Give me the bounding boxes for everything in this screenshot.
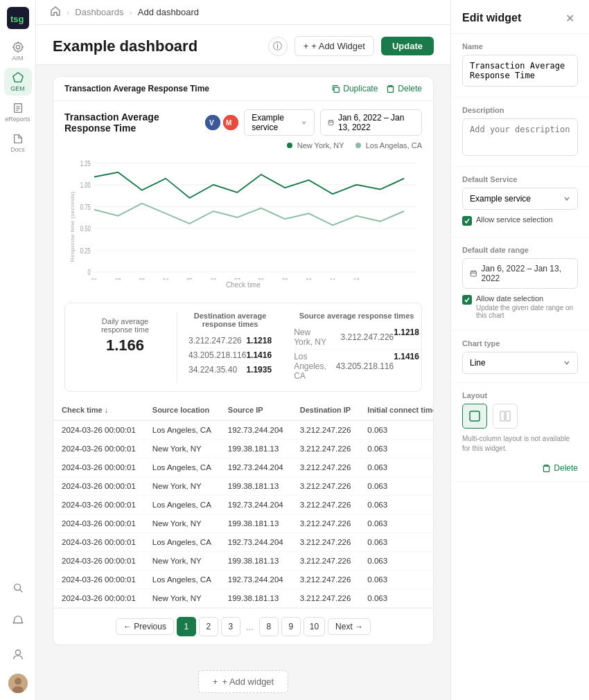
svg-rect-60 — [500, 411, 504, 421]
sidebar-item-ereports[interactable]: eReports — [4, 98, 32, 126]
svg-text:05: 05 — [186, 278, 193, 280]
page-8-button[interactable]: 8 — [259, 617, 279, 636]
table-row: 2024-03-26 00:00:01New York, NY199.38.18… — [53, 514, 433, 533]
layout-note: Multi-column layout is not available for… — [462, 434, 578, 454]
allow-date-checkbox[interactable] — [462, 295, 472, 305]
layout-single-button[interactable] — [462, 404, 487, 429]
page-1-button[interactable]: 1 — [177, 617, 196, 636]
service-icon-v: V — [205, 115, 220, 130]
legend-item-la: Los Angelas, CA — [355, 141, 422, 150]
table-row: 2024-03-26 00:00:01Los Angeles, CA192.73… — [53, 458, 433, 477]
logo[interactable]: tsg — [7, 7, 29, 29]
data-table-container: Check time ↓ Source location Source IP D… — [53, 400, 433, 608]
legend-dot-la — [355, 143, 361, 148]
update-button[interactable]: Update — [381, 37, 434, 55]
widget-delete-button[interactable]: Delete — [386, 84, 422, 93]
breadcrumb-separator-2: › — [129, 7, 132, 17]
legend-item-newyork: New York, NY — [287, 141, 344, 150]
x-axis-label: Check time — [64, 281, 422, 289]
svg-marker-8 — [12, 73, 22, 82]
svg-rect-26 — [328, 120, 333, 125]
svg-rect-21 — [388, 87, 394, 92]
avatar[interactable] — [8, 674, 28, 693]
col-source-location[interactable]: Source location — [144, 400, 220, 420]
add-widget-row: + + Add widget — [53, 656, 434, 700]
layout-double-button[interactable] — [493, 404, 518, 429]
chevron-down-icon — [301, 119, 307, 126]
widget-card-title: Transaction Average Response Time — [64, 84, 209, 93]
data-table: Check time ↓ Source location Source IP D… — [53, 400, 433, 608]
panel-date-section: Default date range Jan 6, 2022 – Jan 13,… — [451, 237, 589, 331]
chart-type-select[interactable]: Line — [462, 352, 578, 374]
prev-page-button[interactable]: ← Previous — [116, 618, 174, 635]
check-icon-date — [464, 296, 471, 303]
add-widget-header-button[interactable]: + + Add Widget — [294, 36, 374, 56]
page-3-button[interactable]: 3 — [221, 617, 240, 636]
stats-section: Daily average response time 1.166 Destin… — [64, 303, 422, 392]
content-area: Transaction Average Response Time Duplic… — [36, 65, 450, 700]
plus-icon-main: + — [213, 676, 218, 687]
svg-text:07: 07 — [234, 278, 240, 280]
svg-text:M: M — [226, 119, 231, 127]
page-2-button[interactable]: 2 — [199, 617, 218, 636]
response-tables: Destination average response times 3.212… — [177, 312, 430, 383]
breadcrumb-current: Add dashboard — [138, 7, 199, 17]
col-check-time[interactable]: Check time ↓ — [53, 400, 144, 420]
allow-date-row: Allow date selection Update the given da… — [462, 294, 578, 319]
sidebar-bottom — [4, 574, 32, 693]
date-range-picker[interactable]: Jan 6, 2022 – Jan 13, 2022 — [462, 258, 578, 289]
page-9-button[interactable]: 9 — [281, 617, 301, 636]
search-sidebar-button[interactable] — [4, 574, 32, 602]
legend-dot-newyork — [287, 143, 292, 148]
duplicate-button[interactable]: Duplicate — [331, 84, 378, 93]
table-row: 2024-03-26 00:00:01Los Angeles, CA192.73… — [53, 420, 433, 440]
source-row-2: Los Angeles, CA 43.205.218.116 1.1416 — [294, 350, 419, 383]
home-icon[interactable] — [50, 6, 61, 19]
notifications-button[interactable] — [4, 607, 32, 635]
col-dest-ip[interactable]: Destination IP — [292, 400, 360, 420]
pagination: ← Previous 1 2 3 ... 8 9 10 Next → — [53, 608, 433, 645]
allow-service-checkbox[interactable] — [462, 216, 472, 226]
page-10-button[interactable]: 10 — [304, 617, 325, 636]
dest-row-2: 43.205.218.116 1.1416 — [188, 348, 272, 363]
col-initial-connect[interactable]: Initial connect time — [359, 400, 433, 420]
line-chart: 1.25 1.00 0.75 0.50 0.25 0 Response time… — [64, 155, 422, 280]
edit-widget-panel: Edit widget ✕ Name Transaction Average R… — [450, 0, 589, 700]
date-range-selector[interactable]: Jan 6, 2022 – Jan 13, 2022 — [320, 109, 422, 136]
next-page-button[interactable]: Next → — [328, 618, 371, 635]
panel-description-section: Description — [451, 98, 589, 167]
add-widget-main-button[interactable]: + + Add widget — [198, 670, 288, 693]
topbar: › Dashboards › Add dashboard — [36, 0, 450, 25]
svg-text:09: 09 — [282, 278, 288, 280]
panel-delete-button[interactable]: Delete — [542, 463, 578, 473]
close-panel-button[interactable]: ✕ — [561, 10, 578, 26]
info-button[interactable]: ⓘ — [268, 37, 288, 56]
sidebar-item-gem[interactable]: GEM — [4, 68, 32, 96]
page-actions: ⓘ + + Add Widget Update — [268, 36, 434, 56]
sidebar-item-aim[interactable]: AIM — [4, 37, 32, 65]
service-icon-m: M — [223, 115, 238, 130]
panel-chart-type-section: Chart type Line — [451, 331, 589, 383]
chart-legend: New York, NY Los Angelas, CA — [64, 141, 422, 150]
col-source-ip[interactable]: Source IP — [220, 400, 292, 420]
user-button[interactable] — [4, 640, 32, 668]
table-row: 2024-03-26 00:00:01Los Angeles, CA192.73… — [53, 571, 433, 589]
svg-point-13 — [14, 584, 20, 591]
svg-text:tsg: tsg — [10, 14, 24, 24]
default-service-select[interactable]: Example service — [462, 188, 578, 210]
chevron-down-icon-chart — [563, 359, 570, 366]
layout-label: Layout — [462, 391, 578, 400]
name-input[interactable]: Transaction Average Response Time — [462, 55, 578, 87]
table-row: 2024-03-26 00:00:01New York, NY199.38.18… — [53, 440, 433, 458]
sidebar-item-docs[interactable]: Docs — [4, 129, 32, 156]
service-selector[interactable]: Example service — [244, 109, 315, 136]
breadcrumb-dashboards[interactable]: Dashboards — [75, 7, 123, 17]
check-icon — [464, 217, 471, 224]
svg-text:0.25: 0.25 — [80, 247, 91, 255]
description-input[interactable] — [462, 118, 578, 156]
name-label: Name — [462, 42, 578, 51]
main-area: › Dashboards › Add dashboard Example das… — [36, 0, 450, 700]
svg-text:02: 02 — [115, 278, 121, 280]
svg-text:06: 06 — [211, 278, 217, 280]
svg-point-16 — [15, 650, 20, 655]
